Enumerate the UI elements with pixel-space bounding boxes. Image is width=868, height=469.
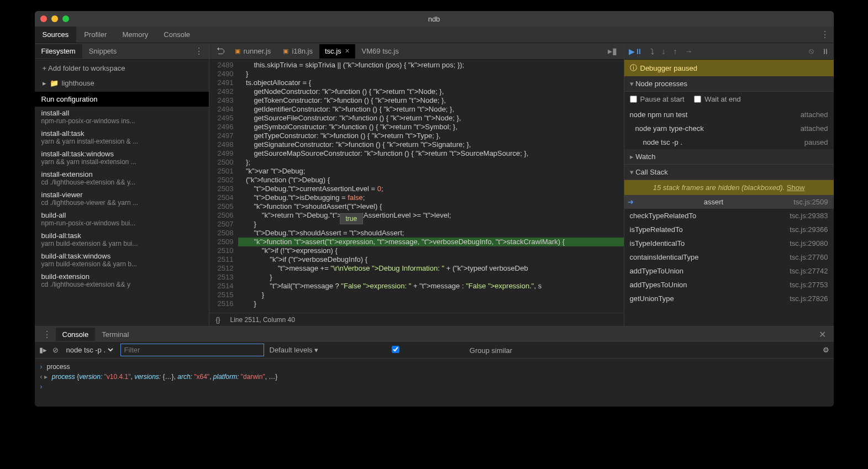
file-tab[interactable]: tsc.js✕ (319, 44, 355, 59)
toggle-sidebar-icon[interactable]: ▮▸ (39, 346, 47, 354)
tab-snippets[interactable]: Snippets (82, 44, 124, 59)
run-item[interactable]: install-extensioncd ./lighthouse-extensi… (35, 168, 209, 188)
more-icon[interactable]: ⋮ (38, 329, 56, 340)
close-icon[interactable]: ✕ (814, 329, 830, 340)
gear-icon[interactable]: ⚙ (823, 346, 829, 354)
cursor-position: Line 2511, Column 40 (230, 316, 295, 324)
stack-frame[interactable]: asserttsc.js:2509 (624, 195, 834, 209)
wait-at-end-checkbox[interactable]: Wait at end (694, 95, 740, 103)
tab-sources[interactable]: Sources (35, 27, 77, 43)
window-maximize[interactable] (62, 15, 69, 22)
titlebar: ndb (35, 11, 834, 27)
filter-input[interactable] (120, 344, 264, 356)
context-select[interactable]: node tsc -p . (64, 345, 115, 355)
main-tabs: Sources Profiler Memory Console ⋮ (35, 27, 834, 43)
pause-exc-icon[interactable]: ⏸ (822, 47, 829, 56)
stack-frame[interactable]: checkTypeRelatedTotsc.js:29383 (624, 209, 834, 223)
file-icon: ▣ (283, 48, 288, 55)
chevron-right-icon: ▸ (43, 79, 46, 87)
code-editor[interactable]: 2489249024912492249324942495249624972498… (209, 60, 624, 313)
stack-frame[interactable]: getUnionTypetsc.js:27826 (624, 292, 834, 305)
deactivate-bp-icon[interactable]: ⦸ (809, 46, 814, 56)
step-out-icon[interactable]: ↑ (674, 47, 677, 56)
run-item[interactable]: install-viewercd ./lighthouse-viewer && … (35, 188, 209, 209)
console-output: process {version: "v10.4.1", versions: {… (52, 372, 278, 382)
node-processes-header[interactable]: Node processes (624, 76, 834, 92)
stack-frame[interactable]: isTypeIdenticalTotsc.js:29080 (624, 236, 834, 250)
stack-frame[interactable]: containsIdenticalTypetsc.js:27760 (624, 250, 834, 264)
run-item[interactable]: build-all:taskyarn build-extension & yar… (35, 229, 209, 250)
watch-header[interactable]: Watch (624, 149, 834, 165)
file-tab[interactable]: ▣runner.js (229, 44, 277, 59)
run-item[interactable]: build-extensioncd ./lighthouse-extension… (35, 270, 209, 291)
tab-console[interactable]: Console (156, 27, 198, 43)
run-item[interactable]: build-all:task:windowsyarn build-extensi… (35, 250, 209, 270)
step-icon[interactable]: → (685, 47, 693, 56)
info-icon: ⓘ (630, 63, 637, 73)
run-config-header: Run configuration (35, 92, 209, 107)
tree-folder[interactable]: ▸ 📁 lighthouse (35, 77, 209, 89)
more-icon[interactable]: ⋮ (189, 46, 209, 56)
toggle-pane-icon[interactable]: ▸▮ (604, 46, 620, 56)
resume-icon[interactable]: ▶⏸ (629, 47, 643, 56)
file-tab[interactable]: ▣i18n.js (277, 44, 318, 59)
console-input-history: process (47, 362, 70, 372)
show-frames-link[interactable]: Show (787, 183, 805, 192)
paused-banner: ⓘ Debugger paused (624, 60, 834, 76)
process-row[interactable]: node yarn type-checkattached (624, 122, 834, 135)
window-minimize[interactable] (51, 15, 58, 22)
pause-at-start-checkbox[interactable]: Pause at start (630, 95, 685, 103)
step-over-icon[interactable]: ⤵ (650, 47, 654, 56)
window-title: ndb (428, 15, 440, 23)
file-tab[interactable]: VM69 tsc.js (356, 44, 404, 59)
tab-terminal[interactable]: Terminal (95, 328, 135, 341)
stack-frame[interactable]: addTypeToUniontsc.js:27742 (624, 264, 834, 278)
value-tooltip: true (340, 213, 364, 224)
window-close[interactable] (40, 15, 47, 22)
folder-name: lighthouse (62, 79, 94, 87)
close-icon[interactable]: ✕ (345, 48, 350, 55)
tab-memory[interactable]: Memory (114, 27, 156, 43)
add-folder-button[interactable]: + Add folder to workspace (35, 60, 209, 77)
run-item[interactable]: build-allnpm-run-posix-or-windows bui... (35, 209, 209, 229)
run-item[interactable]: install-all:task:windowsyarn && yarn ins… (35, 147, 209, 168)
hidden-frames-notice: 15 stack frames are hidden (blackboxed).… (624, 180, 834, 195)
tab-profiler[interactable]: Profiler (76, 27, 114, 43)
stack-frame[interactable]: isTypeRelatedTotsc.js:29366 (624, 223, 834, 236)
format-icon[interactable]: {} (216, 316, 220, 324)
more-icon[interactable]: ⋮ (816, 29, 834, 40)
run-item[interactable]: install-all:taskyarn & yarn install-exte… (35, 127, 209, 147)
step-into-icon[interactable]: ↓ (662, 47, 666, 56)
nav-back-icon[interactable]: ⮌ (213, 46, 228, 56)
folder-icon: 📁 (50, 79, 59, 87)
file-icon: ▣ (235, 48, 240, 55)
group-similar-checkbox[interactable]: Group similar (324, 346, 512, 355)
tab-console-drawer[interactable]: Console (56, 328, 96, 341)
run-item[interactable]: install-allnpm-run-posix-or-windows ins.… (35, 107, 209, 127)
callstack-header[interactable]: Call Stack (624, 165, 834, 180)
process-row[interactable]: node tsc -p .paused (624, 135, 834, 149)
process-row[interactable]: node npm run testattached (624, 108, 834, 122)
levels-select[interactable]: Default levels ▾ (270, 346, 319, 354)
clear-console-icon[interactable]: ⊘ (52, 346, 59, 354)
stack-frame[interactable]: addTypesToUniontsc.js:27753 (624, 278, 834, 292)
debugger-toolbar: ▶⏸ ⤵ ↓ ↑ → ⦸ ⏸ (624, 43, 834, 60)
tab-filesystem[interactable]: Filesystem (35, 44, 82, 59)
